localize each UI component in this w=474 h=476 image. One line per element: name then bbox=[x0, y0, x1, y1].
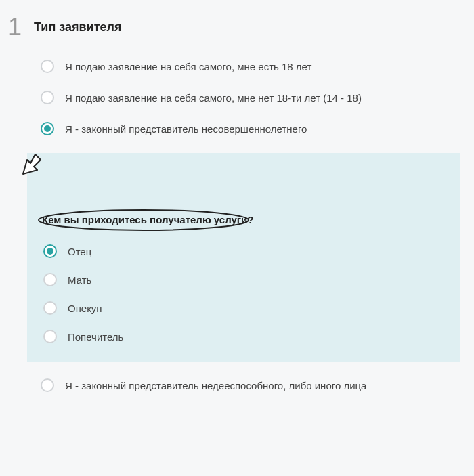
step-header: 1 Тип заявителя bbox=[8, 15, 460, 39]
radio-icon bbox=[41, 91, 54, 104]
radio-label: Я подаю заявление на себя самого, мне не… bbox=[65, 92, 362, 104]
radio-label: Опекун bbox=[68, 303, 102, 314]
radio-icon-selected bbox=[41, 122, 54, 135]
step-number: 1 bbox=[8, 15, 22, 39]
relationship-sub-panel: Кем вы приходитесь получателю услуги? От… bbox=[27, 153, 460, 362]
radio-option-self-18[interactable]: Я подаю заявление на себя самого, мне ес… bbox=[41, 60, 460, 73]
applicant-type-options: Я подаю заявление на себя самого, мне ес… bbox=[8, 60, 460, 135]
radio-icon-selected bbox=[43, 244, 57, 258]
sub-title-wrap: Кем вы приходитесь получателю услуги? bbox=[42, 214, 254, 225]
radio-option-father[interactable]: Отец bbox=[43, 244, 446, 258]
radio-icon bbox=[41, 378, 54, 392]
annotation-arrow-icon bbox=[12, 152, 42, 184]
radio-option-legal-rep-minor[interactable]: Я - законный представитель несовершеннол… bbox=[41, 122, 460, 135]
radio-label: Отец bbox=[68, 246, 91, 257]
radio-label: Мать bbox=[68, 274, 91, 286]
radio-option-self-14-18[interactable]: Я подаю заявление на себя самого, мне не… bbox=[41, 91, 460, 104]
radio-option-mother[interactable]: Мать bbox=[43, 273, 446, 286]
radio-label: Попечитель bbox=[68, 331, 123, 343]
sub-panel-title: Кем вы приходитесь получателю услуги? bbox=[42, 214, 254, 225]
radio-icon bbox=[43, 330, 57, 343]
radio-icon bbox=[41, 60, 54, 73]
radio-label: Я подаю заявление на себя самого, мне ес… bbox=[65, 61, 311, 72]
radio-icon bbox=[43, 273, 57, 286]
radio-label: Я - законный представитель несовершеннол… bbox=[65, 123, 307, 135]
radio-option-trustee[interactable]: Попечитель bbox=[43, 330, 446, 343]
applicant-type-options-continued: Я - законный представитель недееспособно… bbox=[8, 378, 460, 392]
radio-label: Я - законный представитель недееспособно… bbox=[65, 380, 366, 391]
radio-option-legal-rep-incapacitated[interactable]: Я - законный представитель недееспособно… bbox=[41, 378, 460, 392]
form-container: 1 Тип заявителя Я подаю заявление на себ… bbox=[0, 0, 474, 392]
relationship-options: Отец Мать Опекун Попечитель bbox=[42, 244, 446, 343]
step-title: Тип заявителя bbox=[34, 15, 121, 35]
radio-icon bbox=[43, 301, 57, 315]
radio-option-guardian[interactable]: Опекун bbox=[43, 301, 446, 315]
